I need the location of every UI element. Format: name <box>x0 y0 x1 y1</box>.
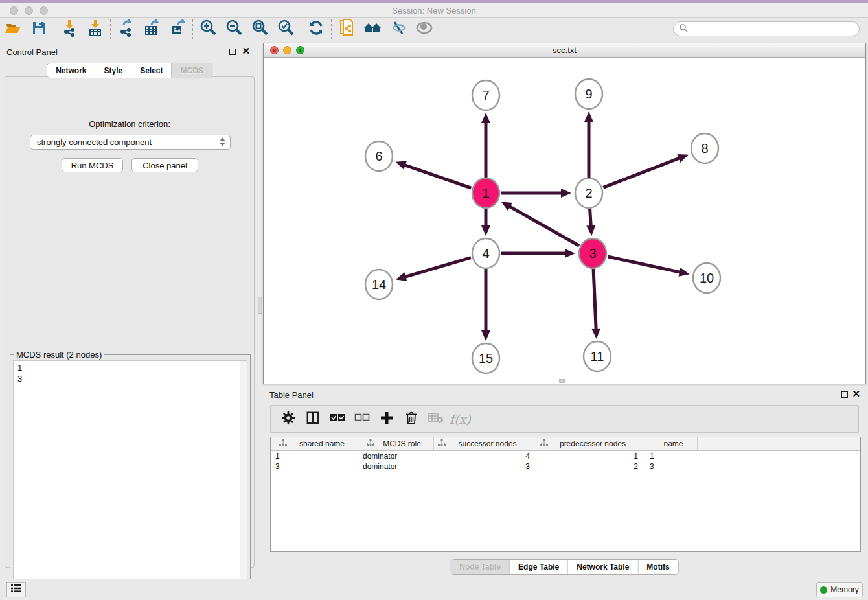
fx-icon: f(x) <box>450 412 471 426</box>
save-floppy-icon <box>31 20 47 38</box>
zoom-selected-button[interactable] <box>273 19 299 40</box>
mcds-result-text: 1 3 <box>17 362 22 384</box>
checked-boxes-icon <box>330 413 345 425</box>
tab-style[interactable]: Style <box>95 63 131 78</box>
column-header-shared-name[interactable]: shared name <box>271 437 361 450</box>
import-network-button[interactable] <box>56 19 82 40</box>
toolbar-separator <box>331 19 332 39</box>
homes-icon <box>363 20 382 38</box>
table-panel-float-icon[interactable] <box>841 391 848 398</box>
graph-node-label: 1 <box>482 186 489 200</box>
control-panel-tabs: Network Style Select MCDS <box>47 63 212 78</box>
zoom-in-icon <box>199 19 217 40</box>
graph-edge-arrowhead <box>584 111 593 122</box>
export-image-button[interactable] <box>165 19 190 40</box>
import-table-icon <box>87 19 104 40</box>
tab-network[interactable]: Network <box>47 63 95 78</box>
open-folder-icon <box>4 19 22 39</box>
delete-column-button[interactable] <box>400 408 422 430</box>
bird-view-button[interactable] <box>411 19 437 40</box>
column-header-name[interactable]: name <box>643 437 698 450</box>
graph-edge-arrowhead <box>678 268 689 277</box>
table-settings-button[interactable] <box>277 408 299 430</box>
hierarchy-icon <box>540 439 548 448</box>
network-canvas[interactable]: 7968124314101511 <box>264 58 865 384</box>
graph-edge-2-3[interactable] <box>590 209 591 227</box>
graph-edge-4-14[interactable] <box>404 258 471 277</box>
table-panel-close-icon[interactable]: ✕ <box>852 388 860 400</box>
hierarchy-icon <box>279 439 287 448</box>
graph-edge-1-6[interactable] <box>404 165 472 188</box>
zoom-fit-icon <box>251 19 269 40</box>
show-all-panels-button[interactable] <box>360 19 385 40</box>
export-network-button[interactable] <box>113 19 139 40</box>
graph-node-label: 3 <box>589 246 596 260</box>
hierarchy-icon <box>438 439 446 448</box>
zoom-in-button[interactable] <box>195 19 221 40</box>
save-session-button[interactable] <box>26 19 52 40</box>
add-column-button[interactable] <box>376 408 397 430</box>
function-builder-button[interactable]: f(x) <box>450 408 471 430</box>
select-all-button[interactable] <box>326 408 348 430</box>
mcds-result-scrollbar[interactable] <box>240 361 247 595</box>
open-session-button[interactable] <box>0 19 26 40</box>
control-panel-close-icon[interactable]: ✕ <box>242 45 250 57</box>
memory-button[interactable]: Memory <box>816 582 863 597</box>
zoom-fit-button[interactable] <box>247 19 273 40</box>
trash-icon <box>405 411 418 428</box>
table-toolbar: f(x) <box>270 405 859 433</box>
graph-node-label: 14 <box>372 277 386 292</box>
close-panel-button[interactable]: Close panel <box>131 158 198 172</box>
hierarchy-icon <box>367 439 374 448</box>
graph-edge-3-10[interactable] <box>608 257 680 272</box>
table-panel-title: Table Panel <box>269 390 314 400</box>
graph-node-label: 11 <box>591 349 604 363</box>
panel-divider-grip[interactable] <box>258 297 262 314</box>
search-input[interactable] <box>673 21 860 36</box>
delete-table-button[interactable] <box>425 408 446 430</box>
mcds-result-textarea[interactable]: 1 3 <box>13 360 247 596</box>
tab-motifs[interactable]: Motifs <box>638 560 678 574</box>
show-column-button[interactable] <box>302 408 323 430</box>
column-header-predecessor-nodes[interactable]: predecessor nodes <box>536 437 643 450</box>
plus-icon <box>380 411 394 428</box>
graph-node-label: 9 <box>585 87 592 101</box>
toolbar-separator <box>301 19 301 39</box>
chevron-up-down-icon <box>220 137 225 146</box>
graph-edge-3-11[interactable] <box>593 269 596 330</box>
tab-network-table[interactable]: Network Table <box>568 560 638 574</box>
refresh-icon <box>308 19 325 39</box>
table-row[interactable]: 3 dominator 3 2 3 <box>271 461 860 472</box>
tab-node-table[interactable]: Node Table <box>451 560 510 574</box>
task-history-button[interactable] <box>6 582 26 597</box>
tab-edge-table[interactable]: Edge Table <box>510 560 568 574</box>
network-window-titlebar[interactable]: × − + scc.txt <box>264 43 865 58</box>
network-scroll-handle[interactable] <box>559 379 565 383</box>
import-table-button[interactable] <box>82 19 108 40</box>
graph-node-label: 6 <box>375 149 382 163</box>
control-panel-float-icon[interactable] <box>229 49 236 55</box>
zoom-out-button[interactable] <box>221 19 247 40</box>
graph-edge-arrowhead <box>586 225 595 236</box>
hide-panels-button[interactable] <box>385 19 411 40</box>
column-header-successor-nodes[interactable]: successor nodes <box>434 437 536 450</box>
graph-edge-3-1[interactable] <box>509 206 579 246</box>
table-panel: Table Panel ✕ <box>263 386 866 575</box>
tab-select[interactable]: Select <box>131 63 172 78</box>
apply-layout-button[interactable] <box>303 19 329 40</box>
node-table: shared name MCDS role successor nodes pr… <box>270 437 861 552</box>
deselect-all-button[interactable] <box>351 408 372 430</box>
export-table-button[interactable] <box>139 19 165 40</box>
zoom-selected-icon <box>277 19 295 40</box>
clone-network-button[interactable] <box>334 19 360 40</box>
graph-edge-2-8[interactable] <box>603 158 680 188</box>
optimization-criterion-select[interactable]: strongly connected component <box>30 135 231 150</box>
column-header-mcds-role[interactable]: MCDS role <box>361 437 434 450</box>
control-panel-header: Control Panel ✕ <box>0 43 259 61</box>
status-bar: Memory <box>0 579 868 600</box>
graph-node-label: 2 <box>585 186 592 200</box>
tab-mcds[interactable]: MCDS <box>172 63 212 78</box>
table-row[interactable]: 1 dominator 4 1 1 <box>271 451 860 461</box>
run-mcds-button[interactable]: Run MCDS <box>62 158 123 172</box>
application-window: Session: New Session <box>0 0 868 600</box>
